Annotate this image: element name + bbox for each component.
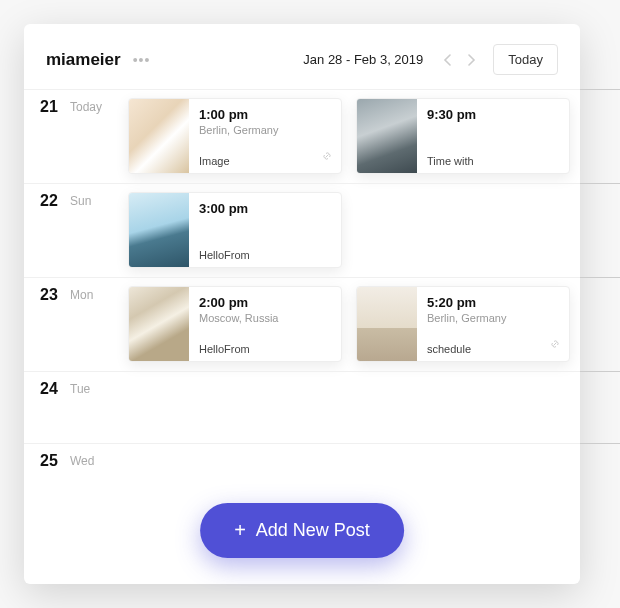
event-thumbnail bbox=[129, 99, 189, 173]
event-thumbnail bbox=[357, 287, 417, 361]
day-number: 22 bbox=[40, 192, 58, 210]
event-tag: HelloFrom bbox=[199, 343, 331, 355]
day-name: Today bbox=[70, 100, 102, 114]
add-new-post-button[interactable]: + Add New Post bbox=[200, 503, 404, 558]
day-name: Tue bbox=[70, 382, 90, 396]
event-thumbnail bbox=[129, 287, 189, 361]
day-row: 23 Mon 2:00 pm Moscow, Russia HelloFrom … bbox=[24, 277, 580, 371]
event-location: Berlin, Germany bbox=[427, 312, 559, 324]
day-rows: 21 Today 1:00 pm Berlin, Germany Image bbox=[24, 89, 580, 499]
event-tag: HelloFrom bbox=[199, 249, 331, 261]
today-button[interactable]: Today bbox=[493, 44, 558, 75]
header-bar: miameier ••• Jan 28 - Feb 3, 2019 Today bbox=[24, 24, 580, 89]
day-row: 21 Today 1:00 pm Berlin, Germany Image bbox=[24, 89, 580, 183]
chevron-left-icon bbox=[443, 54, 452, 66]
day-name: Wed bbox=[70, 454, 94, 468]
day-row: 22 Sun 3:00 pm HelloFrom bbox=[24, 183, 580, 277]
day-name: Sun bbox=[70, 194, 91, 208]
date-range: Jan 28 - Feb 3, 2019 bbox=[303, 52, 423, 67]
event-tag: Time with bbox=[427, 155, 559, 167]
event-card[interactable]: 3:00 pm HelloFrom bbox=[128, 192, 342, 268]
day-number: 21 bbox=[40, 98, 58, 116]
event-card[interactable]: 1:00 pm Berlin, Germany Image bbox=[128, 98, 342, 174]
link-icon bbox=[321, 150, 333, 165]
event-time: 9:30 pm bbox=[427, 107, 559, 122]
day-row: 24 Tue bbox=[24, 371, 580, 443]
day-name: Mon bbox=[70, 288, 93, 302]
day-number: 25 bbox=[40, 452, 58, 470]
add-button-label: Add New Post bbox=[256, 520, 370, 541]
event-time: 2:00 pm bbox=[199, 295, 331, 310]
day-number: 24 bbox=[40, 380, 58, 398]
day-row: 25 Wed bbox=[24, 443, 580, 499]
event-tag: Image bbox=[199, 155, 331, 167]
event-time: 5:20 pm bbox=[427, 295, 559, 310]
more-icon[interactable]: ••• bbox=[133, 52, 151, 68]
event-time: 3:00 pm bbox=[199, 201, 331, 216]
day-number: 23 bbox=[40, 286, 58, 304]
event-thumbnail bbox=[357, 99, 417, 173]
event-location: Moscow, Russia bbox=[199, 312, 331, 324]
link-icon bbox=[549, 338, 561, 353]
chevron-right-icon bbox=[467, 54, 476, 66]
next-week-button[interactable] bbox=[459, 48, 483, 72]
event-card[interactable]: 2:00 pm Moscow, Russia HelloFrom bbox=[128, 286, 342, 362]
calendar-card: miameier ••• Jan 28 - Feb 3, 2019 Today … bbox=[24, 24, 580, 584]
event-tag: schedule bbox=[427, 343, 559, 355]
username: miameier bbox=[46, 50, 121, 70]
event-card[interactable]: 5:20 pm Berlin, Germany schedule bbox=[356, 286, 570, 362]
event-time: 1:00 pm bbox=[199, 107, 331, 122]
event-thumbnail bbox=[129, 193, 189, 267]
event-location: Berlin, Germany bbox=[199, 124, 331, 136]
event-card[interactable]: 9:30 pm Time with bbox=[356, 98, 570, 174]
prev-week-button[interactable] bbox=[435, 48, 459, 72]
plus-icon: + bbox=[234, 519, 246, 542]
